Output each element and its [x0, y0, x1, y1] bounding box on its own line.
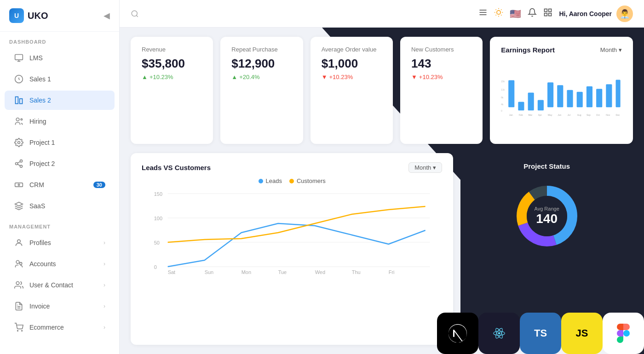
svg-text:Sun: Sun	[205, 269, 214, 275]
sidebar-item-invoice[interactable]: Invoice ›	[5, 297, 115, 316]
cart-icon	[14, 322, 24, 332]
svg-point-10	[18, 142, 20, 144]
sidebar-item-accounts[interactable]: Accounts ›	[5, 254, 115, 274]
svg-rect-61	[616, 80, 621, 108]
header: 🇺🇸 Hi, Aaron Cooper 👨‍💼	[120, 0, 644, 28]
accounts-chevron-icon: ›	[104, 261, 105, 267]
svg-rect-58	[586, 86, 592, 107]
sidebar-item-lms-label: LMS	[29, 54, 105, 62]
leads-dropdown-icon: ▾	[433, 164, 436, 171]
earnings-period-select[interactable]: Month ▾	[600, 46, 622, 53]
svg-text:50: 50	[154, 240, 160, 246]
javascript-icon[interactable]: JS	[561, 313, 603, 354]
svg-rect-7	[20, 99, 23, 104]
leads-chart-card: Leads VS Customers Month ▾ Leads Custome…	[131, 153, 453, 345]
dropdown-icon: ▾	[619, 46, 622, 53]
stats-row: Revenue $35,800 ▲ +10.23% Repeat Purchas…	[131, 37, 633, 144]
sidebar-item-usercontact-label: User & Contact	[29, 281, 98, 289]
sidebar-item-ecommerce[interactable]: Ecommerce ›	[5, 318, 115, 337]
sidebar-item-saas-label: SaaS	[29, 202, 105, 210]
svg-rect-44	[545, 13, 547, 16]
leads-legend-label: Leads	[266, 177, 282, 184]
svg-point-20	[20, 263, 22, 265]
sidebar-item-sales2[interactable]: Sales 2	[5, 91, 115, 110]
svg-line-36	[501, 15, 502, 15]
repeat-purchase-change: ▲ +20.4%	[231, 74, 292, 80]
invoice-chevron-icon: ›	[104, 303, 105, 309]
sidebar-item-hiring[interactable]: Hiring	[5, 112, 115, 131]
sidebar-item-project1-label: Project 1	[29, 139, 105, 146]
sidebar-item-invoice-label: Invoice	[29, 303, 98, 310]
chart-legend: Leads Customers	[142, 177, 442, 184]
new-customers-label: New Customers	[411, 46, 472, 53]
person-icon	[14, 238, 24, 248]
svg-text:Tue: Tue	[278, 269, 287, 275]
figma-icon[interactable]	[603, 313, 644, 354]
svg-line-40	[501, 10, 502, 10]
new-customers-card: New Customers 143 ▼ +10.23%	[400, 37, 483, 144]
dashboard-content: Revenue $35,800 ▲ +10.23% Repeat Purchas…	[120, 28, 644, 354]
sidebar-item-profiles-label: Profiles	[29, 239, 98, 246]
sidebar-item-lms[interactable]: LMS	[5, 48, 115, 68]
profiles-chevron-icon: ›	[104, 240, 105, 246]
bell-icon[interactable]	[528, 8, 537, 19]
svg-point-25	[17, 331, 18, 331]
file-icon	[14, 301, 24, 311]
flag-icon[interactable]: 🇺🇸	[510, 8, 521, 19]
search-icon	[131, 10, 139, 18]
grid-icon[interactable]	[543, 8, 552, 19]
svg-point-32	[497, 11, 500, 14]
sidebar: U UKO ◀ DASHBOARD LMS Sales 1 Sales 2 Hi…	[0, 0, 120, 354]
ecommerce-chevron-icon: ›	[104, 324, 105, 331]
svg-rect-53	[538, 100, 544, 111]
people-icon	[14, 116, 24, 126]
sidebar-item-project2[interactable]: Project 2	[5, 154, 115, 173]
sidebar-item-crm[interactable]: CRM 30	[5, 175, 115, 194]
earnings-chart: 15k 11k 8k 4k 0	[501, 61, 622, 135]
customers-legend-label: Customers	[297, 177, 326, 184]
user-name: Hi, Aaron Cooper	[559, 10, 612, 17]
svg-line-5	[19, 79, 20, 80]
user-info[interactable]: Hi, Aaron Cooper 👨‍💼	[559, 6, 633, 22]
avg-order-card: Average Order value $1,000 ▼ +10.23%	[310, 37, 393, 144]
svg-text:Sat: Sat	[168, 269, 176, 275]
svg-point-26	[22, 331, 23, 331]
repeat-purchase-value: $12,900	[231, 57, 292, 71]
sidebar-item-project1[interactable]: Project 1	[5, 133, 115, 152]
svg-text:Aug: Aug	[577, 114, 581, 116]
leads-period-select[interactable]: Month ▾	[408, 162, 442, 173]
sidebar-item-usercontact[interactable]: User & Contact ›	[5, 275, 115, 295]
svg-rect-41	[545, 9, 547, 12]
svg-point-9	[21, 119, 22, 120]
sidebar-item-profiles[interactable]: Profiles ›	[5, 233, 115, 252]
donut-avg-value: 140	[535, 211, 559, 226]
menu-lines-icon[interactable]	[478, 8, 488, 19]
svg-text:Apr: Apr	[538, 114, 542, 116]
collapse-sidebar-button[interactable]: ◀	[104, 11, 110, 21]
crm-icon	[14, 180, 24, 190]
nextjs-icon[interactable]	[437, 313, 478, 354]
avg-order-change: ▼ +10.23%	[322, 74, 382, 80]
svg-text:Mon: Mon	[242, 269, 251, 275]
typescript-icon[interactable]: TS	[520, 313, 561, 354]
revenue-value: $35,800	[142, 57, 202, 71]
react-icon[interactable]	[478, 313, 520, 354]
svg-rect-51	[518, 102, 524, 111]
svg-point-27	[132, 11, 137, 16]
svg-rect-60	[606, 84, 612, 107]
revenue-change: ▲ +10.23%	[142, 74, 202, 80]
monitor-icon	[14, 53, 24, 63]
sidebar-item-saas[interactable]: SaaS	[5, 196, 115, 216]
svg-text:0: 0	[154, 264, 157, 270]
sun-icon[interactable]	[494, 8, 503, 19]
sidebar-item-project2-label: Project 2	[29, 160, 105, 167]
svg-point-19	[16, 261, 19, 264]
dollar-icon	[14, 74, 24, 84]
earnings-title: Earnings Report	[501, 46, 555, 54]
logo-mark: U UKO	[9, 8, 48, 23]
svg-line-14	[17, 164, 20, 166]
svg-point-94	[498, 332, 500, 335]
sidebar-item-sales1[interactable]: Sales 1	[5, 69, 115, 89]
donut-chart: Avg Range 140	[510, 179, 584, 253]
customers-legend-item: Customers	[289, 177, 326, 184]
